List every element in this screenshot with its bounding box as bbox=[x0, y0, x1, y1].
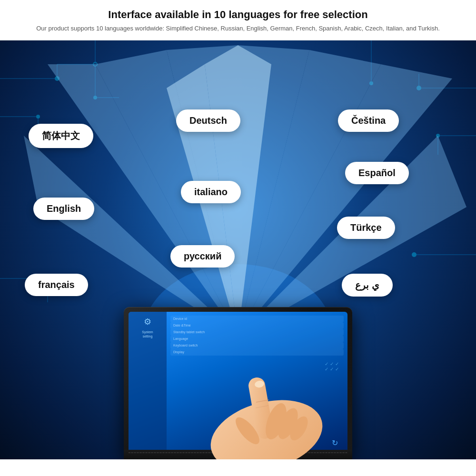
sidebar-label: Systemsetting bbox=[142, 330, 153, 338]
main-title: Interface available in 10 languages for … bbox=[19, 9, 457, 21]
main-visual-area: 简体中文EnglishfrançaisDeutschitalianoрусски… bbox=[0, 40, 476, 459]
lang-pill-english[interactable]: English bbox=[33, 198, 94, 220]
lang-pill-italian[interactable]: italiano bbox=[181, 181, 241, 203]
main-subtitle: Our product supports 10 languages worldw… bbox=[19, 24, 457, 33]
header-section: Interface available in 10 languages for … bbox=[0, 0, 476, 40]
lang-pill-german[interactable]: Deutsch bbox=[176, 109, 240, 132]
hand-pointing bbox=[181, 326, 371, 459]
lang-pill-russian[interactable]: русский bbox=[170, 245, 235, 268]
lang-pill-french[interactable]: français bbox=[25, 274, 88, 296]
lang-pill-turkish[interactable]: Türkçe bbox=[337, 217, 395, 239]
lang-pill-spanish[interactable]: Español bbox=[345, 162, 409, 184]
screen-menu-item: Device id bbox=[170, 316, 344, 322]
gear-icon: ⚙ bbox=[144, 317, 151, 327]
lang-pill-czech[interactable]: Čeština bbox=[338, 109, 399, 132]
screen-menu-label: Device id bbox=[173, 317, 187, 320]
lang-pill-simplified-chinese[interactable]: 简体中文 bbox=[29, 124, 93, 148]
screen-sidebar: ⚙ Systemsetting bbox=[129, 312, 167, 455]
